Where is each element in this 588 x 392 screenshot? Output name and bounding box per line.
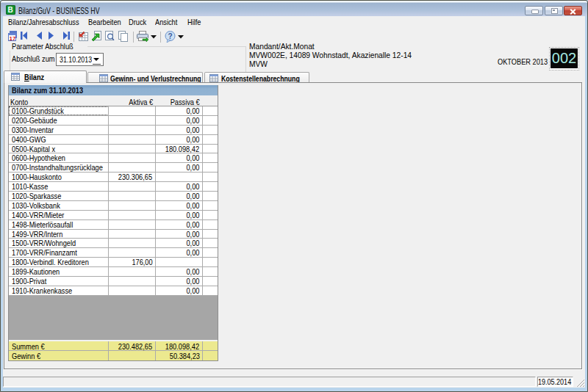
svg-text:17: 17 xyxy=(10,35,16,42)
svg-text:?: ? xyxy=(168,32,173,40)
